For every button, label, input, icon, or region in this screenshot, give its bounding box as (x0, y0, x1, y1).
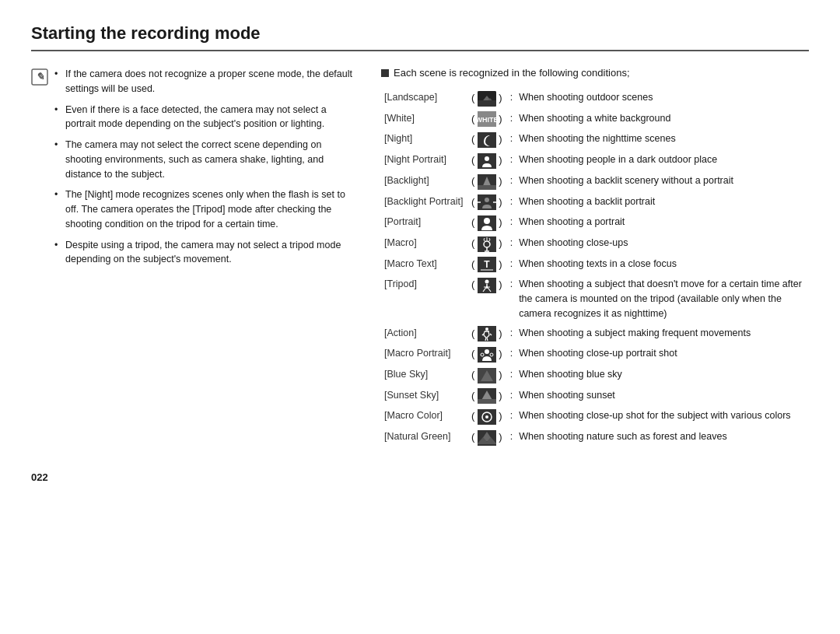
colon: : (507, 233, 516, 254)
scene-icon-cell: ( ) (467, 192, 507, 213)
scene-row-action: [Action] ( ) : When shooting a subject m… (381, 324, 809, 345)
scene-icon-cell: ( ) (467, 171, 507, 192)
scene-desc: When shooting the nighttime scenes (516, 129, 809, 150)
scene-row-macro-color: [Macro Color] ( ) : When shooting close-… (381, 406, 809, 427)
scene-desc: When shooting close-ups (516, 233, 809, 254)
colon: : (507, 212, 516, 233)
scene-desc: When shooting a backlit scenery without … (516, 171, 809, 192)
page-number: 022 (31, 471, 809, 483)
scene-label: [Night] (381, 129, 467, 150)
scene-label: [Action] (381, 324, 467, 345)
colon: : (507, 427, 516, 448)
backlight-portrait-icon (478, 194, 496, 210)
svg-text:T: T (484, 259, 490, 270)
colon: : (507, 192, 516, 213)
svg-point-19 (484, 218, 490, 224)
scene-desc: When shooting a white background (516, 109, 809, 130)
scene-icon-cell: ( ) (467, 406, 507, 427)
scene-desc: When shooting blue sky (516, 365, 809, 386)
scene-icon-cell: ( ) (467, 233, 507, 254)
scene-label: [Macro Color] (381, 406, 467, 427)
svg-point-15 (485, 198, 489, 202)
svg-rect-40 (478, 399, 496, 404)
night-icon (478, 132, 496, 148)
scene-label: [Macro Portrait] (381, 344, 467, 365)
macro-portrait-icon (478, 347, 496, 363)
night-portrait-icon (478, 153, 496, 169)
svg-point-33 (485, 349, 489, 354)
backlight-icon (478, 174, 496, 190)
scene-desc: When shooting close-up portrait shot (516, 344, 809, 365)
sunset-sky-icon (478, 388, 496, 404)
svg-text:✎: ✎ (36, 71, 44, 82)
white-icon: WHITE (478, 111, 496, 127)
scene-label: [Macro] (381, 233, 467, 254)
scene-label: [Landscape] (381, 88, 467, 109)
notes-list: If the camera does not recognize a prope… (54, 67, 358, 273)
note-item: The camera may not select the correct sc… (54, 138, 358, 181)
colon: : (507, 344, 516, 365)
scene-icon-cell: ( ) (467, 129, 507, 150)
natural-green-icon (478, 430, 496, 446)
scene-desc: When shooting outdoor scenes (516, 88, 809, 109)
scene-row-night: [Night] ( ) : When shooting the nighttim… (381, 129, 809, 150)
scene-label: [Sunset Sky] (381, 386, 467, 407)
scene-icon-cell: ( ) (467, 344, 507, 365)
colon: : (507, 406, 516, 427)
scene-row-macro-text: [Macro Text] ( T ) : When shooting texts… (381, 254, 809, 275)
scene-label: [Blue Sky] (381, 365, 467, 386)
scene-desc: When shooting nature such as forest and … (516, 427, 809, 448)
svg-point-43 (485, 415, 488, 419)
note-item: The [Night] mode recognizes scenes only … (54, 187, 358, 231)
svg-text:WHITE: WHITE (478, 116, 496, 124)
scene-label: [Natural Green] (381, 427, 467, 448)
macro-color-icon (478, 409, 496, 425)
svg-point-10 (485, 156, 489, 161)
scene-icon-cell: ( ) (467, 275, 507, 323)
scene-row-sunset-sky: [Sunset Sky] ( ) : When shooting sunset (381, 386, 809, 407)
scene-label: [White] (381, 109, 467, 130)
blue-sky-icon (478, 368, 496, 384)
scene-icon-cell: ( ) (467, 150, 507, 171)
scene-icon-cell: ( ) (467, 212, 507, 233)
svg-point-31 (485, 328, 488, 331)
svg-rect-5 (478, 100, 496, 107)
scene-row-macro-portrait: [Macro Portrait] ( ) : When shooting clo… (381, 344, 809, 365)
colon: : (507, 386, 516, 407)
note-item: Despite using a tripod, the camera may n… (54, 238, 358, 268)
scene-label: [Night Portrait] (381, 150, 467, 171)
scene-icon-cell: ( ) (467, 427, 507, 448)
scene-icon-cell: ( WHITE ) (467, 109, 507, 130)
scene-desc: When shooting a portrait (516, 212, 809, 233)
scene-desc: When shooting sunset (516, 386, 809, 407)
scene-icon-cell: ( ) (467, 386, 507, 407)
scene-desc: When shooting a subject that doesn't mov… (516, 275, 809, 323)
scene-table: [Landscape] ( ) : When shooting outdoor … (381, 88, 809, 448)
macro-text-icon: T (478, 257, 496, 272)
svg-point-28 (485, 280, 488, 284)
colon: : (507, 109, 516, 130)
note-item: Even if there is a face detected, the ca… (54, 103, 358, 132)
scene-label: [Backlight] (381, 171, 467, 192)
tripod-icon (478, 278, 496, 293)
scene-label: [Backlight Portrait] (381, 192, 467, 213)
scene-desc: When shooting a backlit portrait (516, 192, 809, 213)
scene-row-macro: [Macro] ( ) : When shooting close-ups (381, 233, 809, 254)
colon: : (507, 324, 516, 345)
scene-row-tripod: [Tripod] ( ) : When shooting a subject t… (381, 275, 809, 323)
scene-icon-cell: ( ) (467, 88, 507, 109)
note-icon: ✎ (31, 68, 48, 273)
scene-desc: When shooting texts in a close focus (516, 254, 809, 275)
scene-row-backlight: [Backlight] ( ) : When shooting a backli… (381, 171, 809, 192)
colon: : (507, 88, 516, 109)
scene-label: [Tripod] (381, 275, 467, 323)
page-title: Starting the recording mode (31, 23, 809, 51)
svg-rect-13 (478, 185, 496, 190)
colon: : (507, 129, 516, 150)
scene-row-backlight-portrait: [Backlight Portrait] ( ) : When shooting… (381, 192, 809, 213)
macro-icon (478, 236, 496, 252)
portrait-icon (478, 215, 496, 231)
scene-row-natural-green: [Natural Green] ( ) : When shooting natu… (381, 427, 809, 448)
scene-row-blue-sky: [Blue Sky] ( ) : When shooting blue sky (381, 365, 809, 386)
colon: : (507, 254, 516, 275)
